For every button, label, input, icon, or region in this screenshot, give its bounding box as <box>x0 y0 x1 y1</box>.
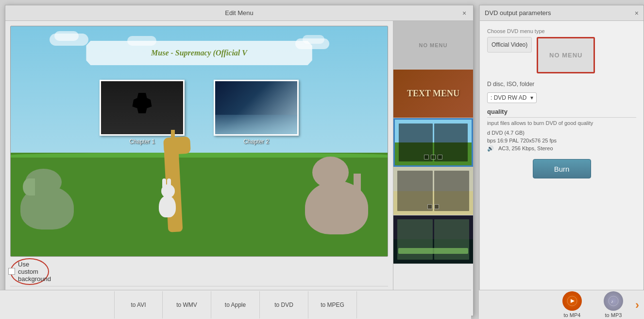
dvd-no-menu-option[interactable]: NO MENU <box>537 37 595 73</box>
cloud-1b <box>54 31 79 41</box>
toolbar-dvd-label: to DVD <box>274 301 293 308</box>
dvd-output-row: D disc, ISO, folder <box>487 81 636 88</box>
menu-preview: Muse - Supremacy (Official V Chapter 1 <box>10 26 388 257</box>
giraffe-ear <box>171 130 175 140</box>
thumb-dark-theme[interactable] <box>393 167 473 215</box>
toolbar-apple-label: to Apple <box>225 301 246 308</box>
rabbit-ear-1 <box>162 178 166 188</box>
custom-bg-highlight-circle: Use custom background <box>10 258 49 285</box>
custom-bg-label[interactable]: Use custom background <box>8 261 51 283</box>
bottom-toolbar: to AVI to WMV to Apple to DVD to MPEG <box>0 290 471 319</box>
dvd-disc-size: d DVD (4.7 GB) <box>487 130 525 136</box>
audio-icon: 🔊 <box>487 145 494 152</box>
thumb-space-theme[interactable] <box>393 215 473 264</box>
text-menu-label: TEXT MENU <box>407 89 459 99</box>
dvd-disc-row: : DVD RW AD ▾ <box>487 92 636 103</box>
dark-mini-nav <box>427 204 439 209</box>
next-arrow[interactable]: › <box>635 298 639 312</box>
toolbar-avi-label: to AVI <box>131 301 146 308</box>
custom-bg-checkbox[interactable] <box>8 268 15 275</box>
chapter-1-thumb <box>100 80 185 136</box>
dvd-disc-value: : DVD RW AD <box>491 94 526 101</box>
dvd-with-menu-label: Official Video) <box>491 41 527 48</box>
dvd-menu-type-label: Choose DVD menu type <box>487 28 636 34</box>
dvd-disc-select[interactable]: : DVD RW AD ▾ <box>487 92 537 103</box>
giraffe-head <box>163 137 191 155</box>
burn-button[interactable]: Burn <box>533 159 591 178</box>
mp3-icon-svg: ♪ <box>608 296 619 306</box>
space-thumb-container <box>393 215 473 264</box>
dvd-disc-size-row: d DVD (4.7 GB) <box>487 130 636 136</box>
dialog-close-btn[interactable]: × <box>459 8 469 18</box>
mp4-label: to MP4 <box>564 312 581 318</box>
menu-title-text: Muse - Supremacy (Official V <box>151 49 247 57</box>
dvd-select-arrow: ▾ <box>530 94 533 101</box>
toolbar-btn-dvd[interactable]: to DVD <box>260 291 308 319</box>
mp3-label: to MP3 <box>605 312 622 318</box>
custom-bg-area: Use custom background <box>10 257 388 286</box>
dvd-titlebar: DVD output parameters × <box>480 5 644 21</box>
toolbar-mpeg-label: to MPEG <box>321 301 344 308</box>
dialog-body: Muse - Supremacy (Official V Chapter 1 <box>5 21 473 316</box>
right-toolbar: to MP4 ♪ to MP3 › <box>479 290 644 319</box>
thumb-no-menu[interactable]: NO MENU <box>393 21 473 70</box>
hippo-ear <box>23 178 35 195</box>
sky-mini-nav <box>424 155 442 160</box>
mp3-icon: ♪ <box>604 291 623 311</box>
to-mp4-btn[interactable]: to MP4 <box>553 291 592 318</box>
chapter-2-label: Chapter 2 <box>243 138 269 145</box>
svg-marker-1 <box>571 299 575 303</box>
chapter-2-thumb <box>214 80 299 136</box>
dvd-menu-type-row: Official Video) NO MENU <box>487 37 636 73</box>
elephant-head <box>312 157 349 188</box>
dvd-output-label: D disc, ISO, folder <box>487 81 534 88</box>
svg-point-2 <box>609 296 618 306</box>
dvd-video-spec: bps 16:9 PAL 720x576 25 fps <box>487 138 557 143</box>
dvd-output-panel: DVD output parameters × Choose DVD menu … <box>479 5 644 316</box>
toolbar-btn-wmv[interactable]: to WMV <box>163 291 211 319</box>
rabbit-body <box>159 195 176 217</box>
mp4-icon <box>562 291 582 311</box>
dvd-no-menu-label: NO MENU <box>549 52 582 59</box>
dialog-title: Edit Menu <box>225 9 254 17</box>
svg-text:♪: ♪ <box>611 299 613 304</box>
custom-bg-text: Use custom background <box>18 261 51 283</box>
chapter-2-item[interactable]: Chapter 2 <box>214 80 299 145</box>
rabbit-ear-2 <box>167 178 171 188</box>
toolbar-btn-avi[interactable]: to AVI <box>114 291 163 319</box>
preview-area: Muse - Supremacy (Official V Chapter 1 <box>5 21 393 316</box>
edit-menu-dialog: Edit Menu × Muse - Supremacy (Official V <box>5 5 474 316</box>
thumb-text-menu[interactable]: TEXT MENU <box>393 70 473 118</box>
dark-panel-2 <box>434 171 470 211</box>
sky-thumb-container <box>395 120 472 165</box>
dark-thumb-container <box>393 167 473 215</box>
dvd-video-spec-row: bps 16:9 PAL 720x576 25 fps <box>487 138 636 143</box>
dvd-audio-spec-row: 🔊 AC3, 256 Kbps, Stereo <box>487 145 636 152</box>
dvd-close-btn[interactable]: × <box>635 9 639 17</box>
menu-thumbs-panel: NO MENU TEXT MENU <box>393 21 473 316</box>
to-mp3-btn[interactable]: ♪ to MP3 <box>594 291 633 318</box>
no-menu-label: NO MENU <box>419 42 448 48</box>
chapters-row: Chapter 1 Chapter 2 <box>100 80 299 145</box>
dvd-quality-desc: input files allows to burn DVD of good q… <box>487 120 636 126</box>
mp4-icon-svg <box>567 296 577 306</box>
dvd-with-menu-option[interactable]: Official Video) <box>487 37 532 53</box>
toolbar-btn-apple[interactable]: to Apple <box>211 291 260 319</box>
dvd-body: Choose DVD menu type Official Video) NO … <box>480 21 644 316</box>
toolbar-btn-mpeg[interactable]: to MPEG <box>308 291 357 319</box>
dvd-audio-spec: AC3, 256 Kbps, Stereo <box>498 145 553 152</box>
elephant-trunk <box>354 174 361 198</box>
dvd-panel-title: DVD output parameters <box>485 9 551 17</box>
menu-title-banner: Muse - Supremacy (Official V <box>86 41 312 65</box>
wave-bar <box>398 248 468 254</box>
chapter-1-label: Chapter 1 <box>129 138 155 145</box>
dvd-quality-header: quality <box>487 108 636 118</box>
thumb-sky-theme[interactable] <box>393 118 473 167</box>
dialog-titlebar: Edit Menu × <box>5 5 473 21</box>
toolbar-wmv-label: to WMV <box>176 301 197 308</box>
